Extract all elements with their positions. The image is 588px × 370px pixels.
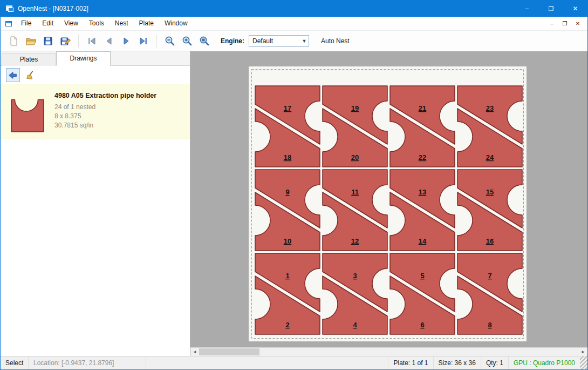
part-number-label: 3 [353, 272, 357, 280]
engine-select[interactable]: Default ▼ [249, 35, 309, 47]
nest-canvas[interactable]: 17 18 19 20 21 22 23 24 9 10 [190, 51, 587, 356]
new-file-icon [8, 36, 19, 46]
open-file-button[interactable] [22, 33, 39, 49]
part-number-label: 9 [285, 188, 289, 196]
part-number-label: 2 [285, 321, 289, 329]
plate[interactable]: 17 18 19 20 21 22 23 24 9 10 [249, 66, 527, 341]
part-number-label: 15 [486, 188, 494, 196]
zoom-in-icon [182, 36, 193, 46]
drawing-title: 4980 A05 Extraction pipe holder [54, 92, 156, 99]
zoom-fit-button[interactable] [196, 33, 213, 49]
minimize-icon[interactable]: – [515, 1, 539, 17]
nest-plate-canvas[interactable]: 17 18 19 20 21 22 23 24 9 10 [249, 66, 527, 341]
previous-plate-icon [104, 36, 114, 46]
main-toolbar: Engine: Default ▼ Auto Nest [1, 31, 587, 51]
scroll-left-icon[interactable]: ◄ [190, 348, 199, 356]
window-title: OpenNest - [N0317-002] [18, 5, 88, 12]
part-number-label: 1 [285, 272, 289, 280]
mdi-close-icon[interactable]: ✕ [571, 18, 584, 30]
save-icon [43, 36, 53, 46]
drawing-nested-count: 24 of 1 nested [54, 103, 156, 112]
part-number-label: 23 [486, 104, 494, 112]
new-file-button[interactable] [5, 33, 22, 49]
menu-window[interactable]: Window [159, 17, 193, 30]
toolbar-separator [78, 35, 79, 48]
status-mode: Select [1, 356, 29, 369]
close-icon[interactable]: ✕ [563, 1, 587, 17]
part-number-label: 8 [488, 321, 491, 329]
engine-value: Default [249, 37, 300, 45]
status-gpu: GPU : Quadro P1000 [508, 356, 580, 369]
previous-plate-button[interactable] [100, 33, 118, 49]
sidebar: Plates Drawings [1, 51, 190, 356]
tab-plates[interactable]: Plates [2, 53, 56, 66]
mdi-minimize-icon[interactable]: – [545, 18, 558, 30]
part-number-label: 14 [419, 237, 427, 245]
drawing-list-item[interactable]: 4980 A05 Extraction pipe holder 24 of 1 … [1, 84, 190, 139]
part-number-label: 19 [351, 104, 359, 112]
zoom-out-icon [165, 36, 175, 46]
part-number-label: 17 [284, 104, 291, 112]
save-as-button[interactable] [57, 33, 74, 49]
menu-tools[interactable]: Tools [84, 17, 110, 30]
scroll-right-icon[interactable]: ► [579, 348, 587, 356]
zoom-out-button[interactable] [161, 33, 179, 49]
zoom-fit-icon [199, 36, 210, 46]
sidebar-tabs: Plates Drawings [1, 51, 190, 66]
drawing-list: 4980 A05 Extraction pipe holder 24 of 1 … [1, 84, 190, 356]
save-as-icon [60, 36, 71, 46]
next-plate-icon [121, 36, 132, 46]
part-number-label: 10 [284, 237, 291, 245]
arrow-left-icon [8, 70, 18, 80]
part-number-label: 20 [351, 153, 359, 162]
part-number-label: 22 [419, 153, 426, 162]
part-number-label: 5 [420, 272, 424, 280]
app-window: OpenNest - [N0317-002] – ❐ ✕ File Edit V… [0, 0, 588, 370]
scrollbar-thumb[interactable] [199, 348, 259, 355]
menu-nest[interactable]: Nest [110, 17, 134, 30]
menu-view[interactable]: View [59, 17, 84, 30]
title-bar: OpenNest - [N0317-002] – ❐ ✕ [1, 1, 587, 17]
status-bar: Select Location: [-0.9437, 21.8796] Plat… [1, 356, 587, 369]
menu-plate[interactable]: Plate [134, 17, 159, 30]
app-icon [5, 4, 14, 13]
save-button[interactable] [39, 33, 57, 49]
part-number-label: 7 [488, 272, 491, 280]
menu-bar: File Edit View Tools Nest Plate Window –… [1, 17, 587, 31]
part-number-label: 21 [419, 104, 426, 112]
next-plate-button[interactable] [118, 33, 135, 49]
toolbar-separator [156, 35, 157, 48]
first-plate-button[interactable] [83, 33, 100, 49]
part-number-label: 12 [351, 237, 359, 245]
resize-grip[interactable] [580, 356, 587, 369]
auto-nest-button[interactable]: Auto Nest [321, 37, 350, 45]
last-plate-button[interactable] [135, 33, 152, 49]
maximize-icon[interactable]: ❐ [539, 1, 563, 17]
horizontal-scrollbar[interactable]: ◄ ► [190, 347, 587, 356]
part-number-label: 6 [420, 321, 424, 329]
menu-edit[interactable]: Edit [37, 17, 59, 30]
status-plate: Plate: 1 of 1 [388, 356, 433, 369]
drawings-toolbar [1, 66, 190, 84]
mdi-restore-icon[interactable]: ❐ [558, 18, 571, 30]
part-number-label: 4 [353, 321, 357, 329]
part-number-label: 16 [486, 237, 494, 245]
mdi-child-icon [5, 20, 12, 28]
zoom-in-button[interactable] [179, 33, 196, 49]
part-number-label: 24 [486, 153, 494, 162]
drawing-size: 8 x 8.375 [54, 112, 156, 121]
clear-button[interactable] [23, 68, 37, 82]
last-plate-icon [138, 36, 149, 46]
part-thumbnail [7, 90, 48, 134]
part-number-label: 18 [284, 153, 291, 162]
engine-label: Engine: [221, 37, 244, 45]
open-folder-icon [25, 36, 37, 46]
return-part-button[interactable] [6, 68, 20, 82]
status-qty: Qty: 1 [481, 356, 508, 369]
tab-drawings[interactable]: Drawings [56, 51, 111, 66]
status-size: Size: 36 x 36 [433, 356, 481, 369]
part-number-label: 11 [351, 188, 359, 196]
first-plate-icon [86, 36, 97, 46]
menu-file[interactable]: File [16, 17, 37, 30]
status-location: Location: [-0.9437, 21.8796] [29, 356, 146, 369]
